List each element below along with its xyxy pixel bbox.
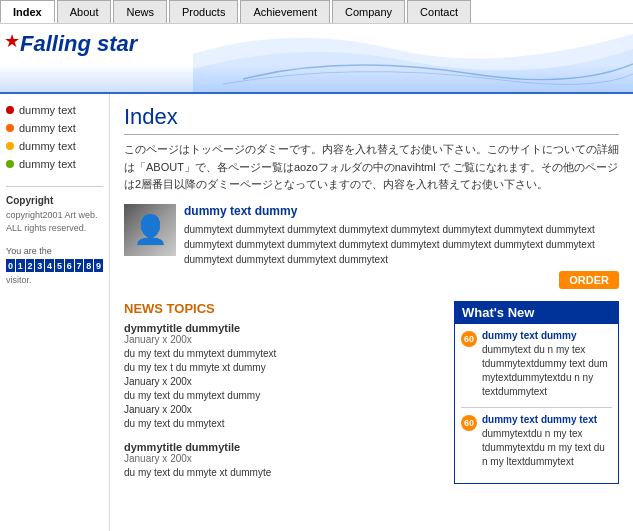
sidebar-item-3[interactable]: dummy text	[6, 158, 103, 170]
page-title: Index	[124, 104, 619, 135]
sidebar-bullet-icon	[6, 106, 14, 114]
main-area: dummy textdummy textdummy textdummy text…	[0, 94, 633, 531]
nav-tab-news[interactable]: News	[113, 0, 167, 23]
sidebar-item-label: dummy text	[19, 158, 76, 170]
site-logo: ★ Falling star	[10, 32, 137, 56]
whats-new-header: What's New	[454, 301, 619, 324]
person-icon: 👤	[133, 213, 168, 246]
intro-text: このページはトッページのダミーです。内容を入れ替えてお使い下さい。このサイトにつ…	[124, 141, 619, 194]
logo-text: Falling star	[20, 32, 137, 56]
nav-tab-contact[interactable]: Contact	[407, 0, 471, 23]
news-item-text: du my text du mmyte xt dummyte	[124, 466, 444, 480]
sidebar-bullet-icon	[6, 160, 14, 168]
news-title: NEWS TOPICS	[124, 301, 444, 316]
wn-item-text: dummytext du n my tex tdummytextdummy te…	[482, 343, 612, 399]
counter-digit: 2	[26, 259, 35, 272]
avatar-image: 👤	[124, 204, 176, 256]
news-item-title: dymmytitle dummytile	[124, 441, 444, 453]
news-item-1: dymmytitle dummytile January x 200x du m…	[124, 441, 444, 480]
counter-digit: 7	[75, 259, 84, 272]
featured-content: dummy text dummy dummytext dummytext dum…	[184, 204, 619, 289]
featured-avatar: 👤	[124, 204, 176, 256]
sidebar: dummy textdummy textdummy textdummy text…	[0, 94, 110, 531]
news-column: NEWS TOPICS dymmytitle dummytile January…	[124, 301, 444, 490]
wn-divider	[461, 407, 612, 408]
featured-body: dummytext dummytext dummytext dummytext …	[184, 222, 619, 267]
bottom-columns: NEWS TOPICS dymmytitle dummytile January…	[124, 301, 619, 490]
wn-item-title: dummy text dummy	[482, 330, 612, 341]
header-wave-decoration	[193, 24, 633, 94]
news-item-title: dymmytitle dummytile	[124, 322, 444, 334]
news-item-date: January x 200x	[124, 334, 444, 345]
featured-section: 👤 dummy text dummy dummytext dummytext d…	[124, 204, 619, 289]
whats-new-body: 60 dummy text dummy dummytext du n my te…	[454, 324, 619, 484]
counter-digit: 9	[94, 259, 103, 272]
counter-digit: 3	[35, 259, 44, 272]
wn-item-1: 60 dummy text dummy text dummytextdu n m…	[461, 414, 612, 469]
wn-item-text: dummytextdu n my tex tdummytextdu m my t…	[482, 427, 612, 469]
visitor-label: You are the	[6, 246, 103, 256]
order-button[interactable]: ORDER	[559, 271, 619, 289]
star-icon: ★	[4, 30, 20, 52]
nav-tab-products[interactable]: Products	[169, 0, 238, 23]
sidebar-item-label: dummy text	[19, 104, 76, 116]
news-item-date: January x 200x	[124, 453, 444, 464]
counter-digit: 6	[65, 259, 74, 272]
site-header: ★ Falling star	[0, 24, 633, 94]
nav-tab-achievement[interactable]: Achievement	[240, 0, 330, 23]
nav-tab-company[interactable]: Company	[332, 0, 405, 23]
news-item-0: dymmytitle dummytile January x 200x du m…	[124, 322, 444, 431]
visitor-counter: 0123456789	[6, 259, 103, 272]
nav-tab-about[interactable]: About	[57, 0, 112, 23]
whats-new-column: What's New 60 dummy text dummy dummytext…	[454, 301, 619, 490]
counter-digit: 8	[84, 259, 93, 272]
sidebar-item-2[interactable]: dummy text	[6, 140, 103, 152]
copyright-box: Copyright copyright2001 Art web. ALL rig…	[6, 186, 103, 234]
sidebar-bullet-icon	[6, 124, 14, 132]
counter-digit: 0	[6, 259, 15, 272]
visitor-footer: visitor.	[6, 275, 103, 285]
wn-content: dummy text dummy text dummytextdu n my t…	[482, 414, 612, 469]
sidebar-bullet-icon	[6, 142, 14, 150]
sidebar-item-label: dummy text	[19, 122, 76, 134]
news-item-text: du my text du mmytext dummytextdu my tex…	[124, 347, 444, 431]
sidebar-item-label: dummy text	[19, 140, 76, 152]
counter-digit: 5	[55, 259, 64, 272]
featured-title: dummy text dummy	[184, 204, 619, 218]
news-items: dymmytitle dummytile January x 200x du m…	[124, 322, 444, 480]
sidebar-nav: dummy textdummy textdummy textdummy text	[6, 104, 103, 170]
counter-digit: 4	[45, 259, 54, 272]
main-content: Index このページはトッページのダミーです。内容を入れ替えてお使い下さい。こ…	[110, 94, 633, 531]
sidebar-item-1[interactable]: dummy text	[6, 122, 103, 134]
sidebar-item-0[interactable]: dummy text	[6, 104, 103, 116]
wn-content: dummy text dummy dummytext du n my tex t…	[482, 330, 612, 399]
copyright-text: copyright2001 Art web. ALL rights reserv…	[6, 209, 103, 234]
copyright-title: Copyright	[6, 195, 103, 206]
counter-digit: 1	[16, 259, 25, 272]
wn-item-title: dummy text dummy text	[482, 414, 612, 425]
wn-badge: 60	[461, 331, 477, 347]
wn-badge: 60	[461, 415, 477, 431]
navigation-bar: IndexAboutNewsProductsAchievementCompany…	[0, 0, 633, 24]
nav-tab-index[interactable]: Index	[0, 0, 55, 23]
wn-item-0: 60 dummy text dummy dummytext du n my te…	[461, 330, 612, 399]
visitor-counter-box: You are the 0123456789 visitor.	[6, 246, 103, 285]
